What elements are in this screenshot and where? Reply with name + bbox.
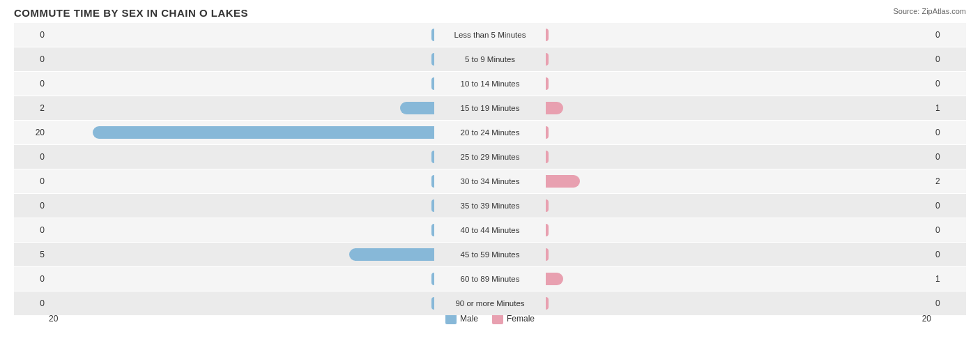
axis-right-label: 20 [535, 314, 931, 324]
right-value: 1 [931, 103, 966, 113]
female-bar [546, 297, 549, 310]
male-bar-container [49, 52, 434, 67]
female-bar-container [546, 27, 931, 43]
male-bar [400, 102, 434, 114]
right-value: 0 [931, 250, 966, 259]
right-value: 0 [931, 298, 966, 308]
row-label: 25 to 29 Minutes [434, 153, 546, 161]
female-bar-container [546, 222, 931, 238]
female-bar [546, 273, 563, 285]
right-value: 2 [931, 176, 966, 186]
left-value: 0 [14, 176, 49, 186]
chart-row: 0 90 or more Minutes 0 [14, 291, 966, 315]
male-bar [349, 248, 435, 261]
source-label: Source: ZipAtlas.com [893, 7, 966, 15]
female-bar [546, 175, 580, 188]
male-bar-container [49, 100, 434, 116]
left-value: 2 [14, 103, 49, 113]
bars-area: 40 to 44 Minutes [49, 218, 931, 242]
male-bar-container [49, 247, 434, 262]
row-label: 5 to 9 Minutes [434, 55, 546, 63]
row-label: 40 to 44 Minutes [434, 226, 546, 234]
female-bar [546, 53, 549, 66]
left-value: 0 [14, 54, 49, 64]
chart-container: COMMUTE TIME BY SEX IN CHAIN O LAKES Sou… [0, 0, 980, 364]
row-label: 15 to 19 Minutes [434, 104, 546, 112]
female-bar-container [546, 296, 931, 311]
right-value: 0 [931, 128, 966, 137]
left-value: 0 [14, 201, 49, 211]
chart-row: 0 35 to 39 Minutes 0 [14, 194, 966, 218]
row-label: 30 to 34 Minutes [434, 177, 546, 185]
left-value: 0 [14, 298, 49, 308]
row-label: 90 or more Minutes [434, 299, 546, 308]
chart-row: 0 40 to 44 Minutes 0 [14, 218, 966, 242]
left-value: 20 [14, 128, 49, 137]
row-label: 35 to 39 Minutes [434, 202, 546, 210]
female-bar-container [546, 198, 931, 213]
axis-left-label: 20 [49, 314, 445, 324]
right-value: 0 [931, 152, 966, 162]
female-bar-container [546, 76, 931, 91]
female-bar [546, 199, 549, 212]
female-bar-container [546, 52, 931, 67]
chart-row: 0 Less than 5 Minutes 0 [14, 23, 966, 47]
row-label: 45 to 59 Minutes [434, 250, 546, 259]
bars-area: 10 to 14 Minutes [49, 72, 931, 96]
left-value: 0 [14, 152, 49, 162]
chart-area: 0 Less than 5 Minutes 0 0 5 to 9 Minutes… [14, 23, 966, 310]
bars-area: 35 to 39 Minutes [49, 194, 931, 218]
male-bar-container [49, 271, 434, 287]
left-value: 0 [14, 225, 49, 235]
left-value: 0 [14, 79, 49, 89]
female-bar-container [546, 271, 931, 287]
row-label: 60 to 89 Minutes [434, 275, 546, 283]
chart-row: 0 60 to 89 Minutes 1 [14, 267, 966, 291]
row-label: Less than 5 Minutes [434, 31, 546, 39]
bars-area: 30 to 34 Minutes [49, 169, 931, 193]
bars-area: 15 to 19 Minutes [49, 96, 931, 120]
chart-row: 2 15 to 19 Minutes 1 [14, 96, 966, 120]
bars-area: 45 to 59 Minutes [49, 243, 931, 266]
row-label: 20 to 24 Minutes [434, 128, 546, 137]
row-label: 10 to 14 Minutes [434, 79, 546, 88]
bars-area: 60 to 89 Minutes [49, 267, 931, 291]
male-bar-container [49, 27, 434, 43]
legend-male-label: Male [460, 314, 478, 324]
left-value: 0 [14, 274, 49, 284]
right-value: 0 [931, 225, 966, 235]
left-value: 5 [14, 250, 49, 259]
female-bar [546, 102, 563, 114]
female-bar [546, 248, 549, 261]
bars-area: 90 or more Minutes [49, 291, 931, 315]
right-value: 1 [931, 274, 966, 284]
female-bar [546, 126, 549, 139]
chart-row: 0 25 to 29 Minutes 0 [14, 145, 966, 169]
bars-area: Less than 5 Minutes [49, 23, 931, 47]
female-bar-container [546, 174, 931, 189]
chart-row: 0 30 to 34 Minutes 2 [14, 169, 966, 193]
chart-row: 0 5 to 9 Minutes 0 [14, 47, 966, 71]
female-bar-container [546, 149, 931, 165]
chart-row: 0 10 to 14 Minutes 0 [14, 72, 966, 96]
bars-area: 25 to 29 Minutes [49, 145, 931, 169]
legend-female-label: Female [507, 314, 535, 324]
chart-title: COMMUTE TIME BY SEX IN CHAIN O LAKES [14, 7, 966, 19]
female-bar-container [546, 125, 931, 140]
left-value: 0 [14, 30, 49, 40]
male-bar-container [49, 149, 434, 165]
female-bar [546, 77, 549, 90]
male-bar-container [49, 125, 434, 140]
right-value: 0 [931, 201, 966, 211]
female-bar-container [546, 100, 931, 116]
bars-area: 20 to 24 Minutes [49, 121, 931, 144]
male-bar [93, 126, 434, 139]
chart-row: 5 45 to 59 Minutes 0 [14, 243, 966, 266]
male-bar-container [49, 296, 434, 311]
chart-row: 20 20 to 24 Minutes 0 [14, 121, 966, 144]
female-bar [546, 151, 549, 163]
male-bar-container [49, 76, 434, 91]
right-value: 0 [931, 79, 966, 89]
right-value: 0 [931, 54, 966, 64]
female-bar-container [546, 247, 931, 262]
